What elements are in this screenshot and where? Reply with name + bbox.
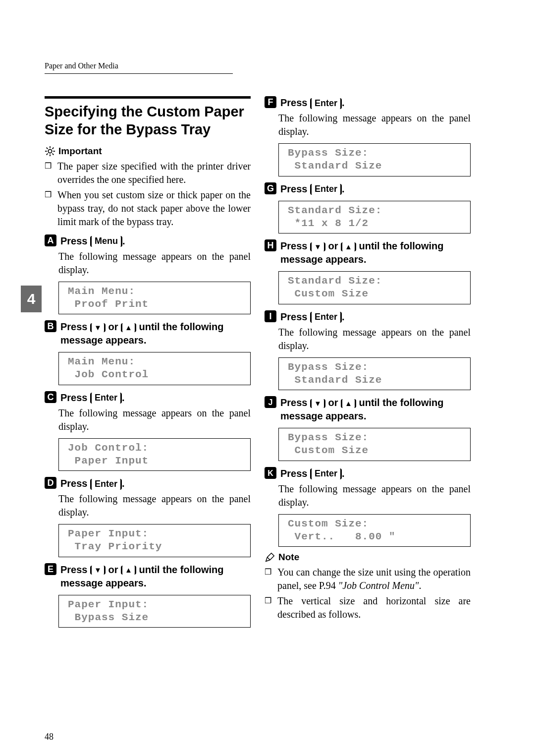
up-key: ▲ [121, 566, 136, 575]
svg-text:G: G [267, 183, 274, 193]
svg-line-7 [47, 153, 48, 155]
panel-display: Job Control: Paper Input [58, 438, 251, 471]
svg-text:D: D [48, 478, 54, 488]
step-badge-3: C [45, 391, 56, 403]
step-badge-10: J [265, 396, 276, 408]
svg-text:A: A [48, 235, 54, 245]
svg-text:H: H [268, 240, 274, 250]
step-4-instruction: Press Enter. [60, 477, 251, 490]
panel-display: Custom Size: Vert.. 8.00 " [278, 514, 471, 547]
step-badge-9: I [265, 310, 276, 322]
step-badge-5: E [45, 563, 56, 575]
panel-display: Main Menu: Proof Print [58, 282, 251, 315]
panel-display: Paper Input: Bypass Size [58, 595, 251, 628]
up-key: ▲ [121, 323, 136, 332]
step-6-body: The following message appears on the pan… [265, 112, 471, 138]
svg-text:J: J [268, 398, 273, 407]
step-6-instruction: Press Enter. [280, 96, 471, 110]
note-item: You can change the size unit using the o… [265, 566, 471, 592]
step-badge-6: F [265, 96, 276, 108]
panel-display: Standard Size: *11 x 8 1/2 [278, 201, 471, 234]
panel-display: Standard Size: Custom Size [278, 271, 471, 304]
enter-key: Enter [310, 184, 342, 195]
important-item: The paper size specified with the printe… [45, 160, 251, 186]
panel-display: Paper Input: Tray Priority [58, 524, 251, 557]
svg-point-0 [48, 149, 52, 153]
important-label: Important [58, 146, 102, 157]
column-left: Specifying the Custom Paper Size for the… [45, 96, 251, 633]
down-key: ▼ [90, 323, 106, 332]
important-icon [45, 146, 55, 157]
step-badge-1: A [45, 234, 56, 246]
section-title: Specifying the Custom Paper Size for the… [45, 103, 251, 139]
svg-text:B: B [48, 321, 54, 331]
column-right: F Press Enter. The following message app… [265, 96, 471, 633]
enter-key: Enter [310, 98, 342, 109]
svg-text:E: E [48, 564, 54, 574]
down-key: ▼ [310, 242, 325, 251]
step-badge-8: H [265, 239, 276, 251]
note-item: The vertical size and horizontal size ar… [265, 594, 471, 621]
down-key: ▼ [90, 566, 106, 575]
step-9-instruction: Press Enter. [280, 310, 471, 324]
important-item: When you set custom size or thick paper … [45, 188, 251, 229]
down-key: ▼ [310, 399, 325, 408]
step-badge-11: K [265, 467, 276, 479]
svg-text:K: K [268, 469, 273, 477]
svg-text:I: I [269, 311, 271, 321]
note-label: Note [278, 552, 299, 563]
svg-text:C: C [48, 392, 54, 402]
page-header: Paper and Other Media [45, 59, 471, 74]
panel-display: Bypass Size: Custom Size [278, 428, 471, 461]
step-badge-7: G [265, 182, 276, 194]
enter-key: Enter [90, 479, 122, 490]
step-badge-2: B [45, 320, 56, 332]
svg-line-8 [53, 147, 54, 149]
svg-text:F: F [268, 97, 273, 107]
step-9-body: The following message appears on the pan… [265, 326, 471, 352]
step-1-body: The following message appears on the pan… [45, 250, 251, 277]
svg-line-6 [53, 153, 54, 155]
step-3-instruction: Press Enter. [60, 391, 251, 405]
up-key: ▲ [341, 399, 356, 408]
svg-line-5 [47, 147, 48, 149]
step-10-instruction: Press ▼ or ▲ until the following message… [280, 396, 471, 423]
step-7-instruction: Press Enter. [280, 182, 471, 196]
step-3-body: The following message appears on the pan… [45, 407, 251, 433]
note-icon [265, 552, 275, 563]
step-2-instruction: Press ▼ or ▲ until the following message… [60, 320, 251, 347]
step-1-instruction: Press Menu. [60, 234, 251, 248]
step-8-instruction: Press ▼ or ▲ until the following message… [280, 239, 471, 266]
panel-display: Bypass Size: Standard Size [278, 143, 471, 176]
panel-display: Main Menu: Job Control [58, 352, 251, 385]
enter-key: Enter [310, 468, 342, 479]
section-rule [45, 96, 251, 99]
step-4-body: The following message appears on the pan… [45, 492, 251, 519]
enter-key: Enter [310, 312, 342, 323]
enter-key: Enter [90, 393, 122, 404]
step-11-instruction: Press Enter. [280, 467, 471, 480]
menu-key: Menu [90, 236, 122, 247]
up-key: ▲ [341, 242, 356, 251]
step-5-instruction: Press ▼ or ▲ until the following message… [60, 563, 251, 590]
running-head: Paper and Other Media [45, 61, 118, 70]
step-badge-4: D [45, 477, 56, 489]
chapter-tab: 4 [21, 286, 42, 312]
step-11-body: The following message appears on the pan… [265, 482, 471, 509]
panel-display: Bypass Size: Standard Size [278, 357, 471, 391]
